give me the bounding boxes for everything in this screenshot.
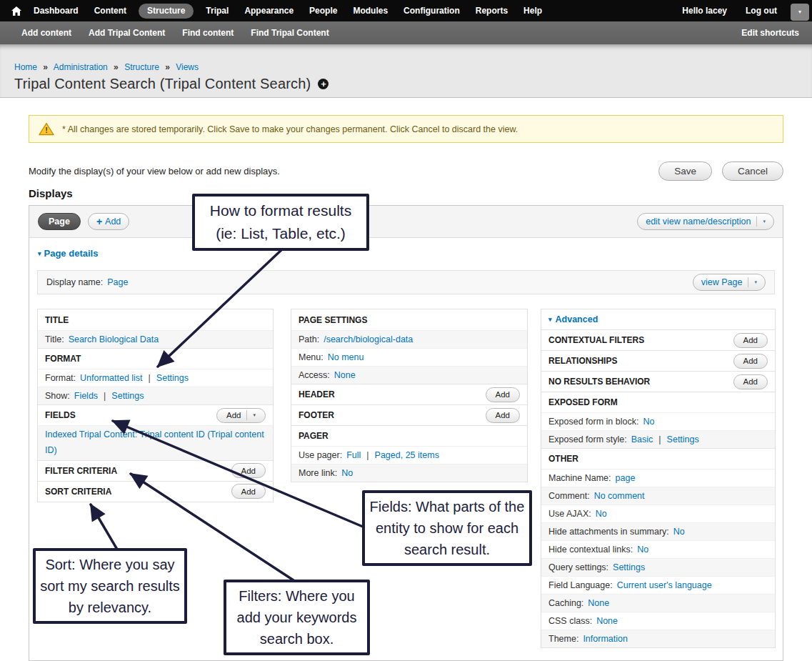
menu-item-structure[interactable]: Structure	[139, 4, 194, 19]
menu-item-dashboard[interactable]: Dashboard	[26, 0, 86, 21]
exposed-style-row: Exposed form style: Basic | Settings	[541, 430, 775, 448]
comment-value-link[interactable]: No comment	[594, 491, 645, 501]
page-details-toggle[interactable]: ▾ Page details	[38, 248, 98, 259]
annotation-format-note: How to format results (ie: List, Table, …	[192, 194, 369, 251]
advanced-toggle[interactable]: ▾ Advanced	[541, 309, 775, 329]
more-link-value-link[interactable]: No	[341, 468, 353, 478]
shortcut-find-content[interactable]: Find content	[174, 28, 242, 38]
logout-link[interactable]: Log out	[736, 0, 786, 21]
fields-item-link[interactable]: Indexed Tripal Content: Tripal content I…	[45, 427, 266, 459]
theme-value-link[interactable]: Information	[583, 634, 628, 644]
user-greeting[interactable]: Hello lacey	[673, 0, 736, 21]
displays-heading: Displays	[29, 187, 73, 199]
header-add-button[interactable]: Add	[486, 387, 520, 402]
menu-item-appearance[interactable]: Appearance	[236, 0, 301, 21]
page: Dashboard Content Structure Tripal Appea…	[0, 0, 812, 661]
cancel-button[interactable]: Cancel	[722, 161, 783, 181]
menu-item-configuration[interactable]: Configuration	[396, 0, 468, 21]
use-pager-type-link[interactable]: Full	[346, 450, 361, 460]
exposed-block-row: Exposed form in block: No	[541, 412, 775, 430]
no-results-add-button[interactable]: Add	[733, 374, 768, 389]
breadcrumb-home[interactable]: Home	[14, 62, 37, 72]
pager-section-label: PAGER	[299, 431, 329, 441]
contextual-filters-add-button[interactable]: Add	[733, 333, 768, 348]
exposed-form-header: EXPOSED FORM	[541, 392, 775, 412]
breadcrumb-separator: »	[43, 62, 48, 72]
header-section-header: HEADER Add	[291, 384, 527, 404]
shortcut-add-tripal-content[interactable]: Add Tripal Content	[80, 28, 174, 38]
title-label: Title:	[45, 334, 64, 344]
add-display-label: Add	[105, 217, 121, 227]
page-settings-header: PAGE SETTINGS	[291, 309, 527, 330]
format-value-link[interactable]: Unformatted list	[80, 373, 143, 383]
footer-add-button[interactable]: Add	[486, 408, 520, 423]
breadcrumb-views[interactable]: Views	[176, 62, 199, 72]
footer-add-label: Add	[496, 411, 510, 419]
page-settings-label: PAGE SETTINGS	[299, 315, 367, 325]
use-pager-settings-link[interactable]: Paged, 25 items	[375, 450, 439, 460]
title-section-header: TITLE	[38, 309, 273, 330]
access-row: Access: None	[291, 366, 527, 384]
separator: |	[149, 373, 151, 383]
exposed-style-settings-link[interactable]: Settings	[667, 434, 699, 444]
machine-name-value-link[interactable]: page	[616, 473, 636, 483]
menu-value-link[interactable]: No menu	[328, 352, 364, 362]
show-settings-link[interactable]: Settings	[111, 391, 144, 401]
warning-message: ! * All changes are stored temporarily. …	[29, 115, 783, 143]
access-label: Access:	[299, 370, 330, 380]
menu-item-reports[interactable]: Reports	[468, 0, 516, 21]
menu-item-tripal[interactable]: Tripal	[198, 0, 236, 21]
query-settings-value-link[interactable]: Settings	[613, 562, 645, 572]
menu-item-help[interactable]: Help	[516, 0, 550, 21]
page-display-tab[interactable]: Page	[38, 213, 81, 230]
fields-section-header: FIELDS Add ▾	[38, 404, 273, 425]
column-advanced: ▾ Advanced CONTEXTUAL FILTERS Add RELATI…	[541, 309, 776, 648]
use-ajax-value-link[interactable]: No	[596, 509, 607, 519]
hide-attachments-value-link[interactable]: No	[673, 527, 685, 537]
exposed-style-value-link[interactable]: Basic	[631, 434, 653, 444]
shortcut-find-tripal-content[interactable]: Find Tripal Content	[242, 28, 337, 38]
fields-add-label: Add	[226, 411, 241, 419]
filter-add-button[interactable]: Add	[231, 463, 266, 478]
relationships-add-button[interactable]: Add	[733, 354, 768, 369]
menu-item-modules[interactable]: Modules	[345, 0, 396, 21]
home-icon[interactable]	[11, 6, 21, 16]
relationships-add-label: Add	[743, 357, 758, 365]
add-display-button[interactable]: + Add	[88, 213, 129, 230]
menu-item-people[interactable]: People	[301, 0, 345, 21]
view-page-button[interactable]: view Page ▾	[693, 274, 766, 291]
plus-icon: +	[321, 79, 326, 89]
toolbar-toggle-button[interactable]: ▾	[791, 4, 809, 21]
css-class-value-link[interactable]: None	[596, 616, 618, 626]
shortcut-add-content[interactable]: Add content	[13, 28, 80, 38]
button-divider	[246, 410, 247, 420]
relationships-header: RELATIONSHIPS Add	[541, 350, 775, 371]
breadcrumb-structure[interactable]: Structure	[124, 62, 159, 72]
save-button[interactable]: Save	[658, 161, 712, 181]
fields-add-button[interactable]: Add ▾	[216, 408, 266, 423]
path-value-link[interactable]: /search/biological-data	[324, 334, 413, 344]
contextual-filters-header: CONTEXTUAL FILTERS Add	[541, 329, 775, 350]
title-value-link[interactable]: Search Biological Data	[69, 334, 159, 344]
format-section-header: FORMAT	[38, 348, 273, 369]
edit-view-name-label: edit view name/description	[646, 217, 751, 227]
field-language-value-link[interactable]: Current user's language	[617, 580, 712, 590]
access-value-link[interactable]: None	[334, 370, 356, 380]
more-link-row: More link: No	[291, 464, 527, 482]
breadcrumb-administration[interactable]: Administration	[54, 62, 108, 72]
menu-item-content[interactable]: Content	[86, 0, 134, 21]
format-settings-link[interactable]: Settings	[156, 373, 189, 383]
view-page-label: view Page	[701, 277, 743, 287]
format-header-label: FORMAT	[45, 354, 81, 364]
sort-add-button[interactable]: Add	[231, 484, 266, 499]
show-value-link[interactable]: Fields	[74, 391, 98, 401]
display-name-value-link[interactable]: Page	[107, 277, 128, 287]
exposed-block-value-link[interactable]: No	[643, 417, 654, 427]
use-pager-row: Use pager: Full | Paged, 25 items	[291, 446, 527, 464]
shortcut-bar: Add content Add Tripal Content Find cont…	[0, 21, 812, 44]
caching-value-link[interactable]: None	[588, 598, 609, 608]
contextual-add-icon[interactable]: +	[318, 79, 329, 89]
edit-view-name-button[interactable]: edit view name/description ▾	[637, 213, 774, 230]
edit-shortcuts-link[interactable]: Edit shortcuts	[741, 28, 799, 38]
hide-contextual-value-link[interactable]: No	[637, 545, 648, 555]
